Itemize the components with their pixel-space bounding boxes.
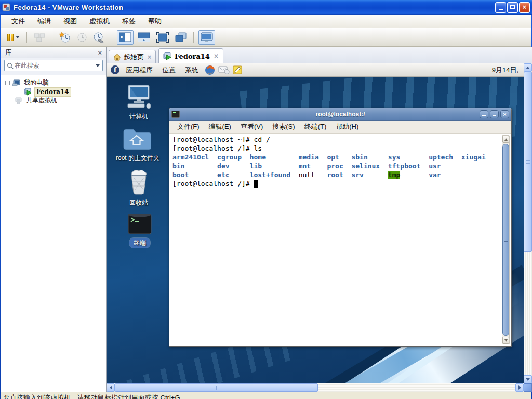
notes-icon[interactable]	[233, 65, 242, 74]
toolbar-separator	[26, 32, 27, 43]
desktop-icon-home[interactable]: root 的主文件夹	[116, 127, 157, 163]
menu-view[interactable]: 视图	[57, 15, 83, 28]
tree-item-label: 共享虚拟机	[24, 96, 59, 105]
vm-vscroll-thumb[interactable]	[524, 72, 532, 252]
minimize-icon	[499, 9, 503, 10]
terminal-menu-search[interactable]: 搜索(S)	[268, 122, 299, 131]
terminal-maximize-button[interactable]	[490, 110, 499, 118]
tab-strip: 起始页 × Fedora14 ×	[107, 47, 532, 63]
status-bar: 要直接输入到该虚拟机，请移动鼠标指针到里面或按 Ctrl+G。	[1, 392, 531, 399]
applications-menu[interactable]: 应用程序	[123, 65, 156, 75]
terminal-window-icon	[171, 111, 180, 118]
library-close-icon[interactable]: ×	[98, 49, 102, 57]
scroll-down-icon[interactable]	[502, 337, 509, 344]
places-menu[interactable]: 位置	[159, 65, 179, 75]
chevron-down-icon	[96, 64, 100, 67]
scroll-up-icon[interactable]	[524, 63, 532, 72]
home-icon	[113, 54, 121, 61]
power-button[interactable]	[5, 30, 22, 45]
close-button[interactable]: ×	[519, 2, 530, 13]
terminal-menu-help[interactable]: 帮助(H)	[331, 122, 363, 131]
tree-item-fedora14[interactable]: Fedora14	[1, 87, 106, 96]
vmware-window: Fedora14 - VMware Workstation × 文件 编辑 视图…	[0, 0, 532, 399]
terminal-window[interactable]: root@localhost:/ × 文件(F) 编辑(E) 查看(V) 搜索(…	[169, 108, 512, 347]
window-title: Fedora14 - VMware Workstation	[14, 4, 123, 11]
snapshot-manager-button[interactable]	[91, 30, 107, 45]
search-dropdown-button[interactable]	[92, 60, 100, 71]
menu-edit[interactable]: 编辑	[31, 15, 57, 28]
minimize-icon	[482, 115, 486, 116]
tree-item-label: Fedora14	[34, 87, 71, 97]
toolbar-separator	[112, 32, 112, 43]
devices-button[interactable]	[32, 30, 47, 45]
menu-tabs[interactable]: 标签	[116, 15, 142, 28]
snapshot-manager-icon	[94, 32, 105, 43]
vm-pane: 起始页 × Fedora14 × f 应用程序	[107, 47, 532, 392]
library-panel: 库 × 我的电脑	[1, 47, 107, 392]
scroll-right-icon[interactable]	[515, 383, 524, 392]
terminal-title: root@localhost:/	[169, 111, 511, 118]
terminal-minimize-button[interactable]	[480, 110, 488, 118]
terminal-menu-view[interactable]: 查看(V)	[236, 122, 268, 131]
desktop-icon-computer[interactable]: 计算机	[118, 84, 159, 121]
unity-button[interactable]	[173, 30, 189, 45]
search-input[interactable]	[14, 61, 92, 70]
maximize-icon	[510, 5, 515, 9]
console-view-button[interactable]	[198, 30, 215, 45]
show-library-button[interactable]	[117, 30, 134, 45]
tab-close-icon[interactable]: ×	[148, 54, 151, 61]
terminal-menu-file[interactable]: 文件(F)	[172, 122, 204, 131]
tree-item-my-computer[interactable]: 我的电脑	[1, 78, 106, 87]
tree-item-label: 我的电脑	[22, 78, 50, 88]
revert-snapshot-button[interactable]	[75, 30, 89, 45]
library-title: 库	[5, 48, 12, 57]
show-library-icon	[119, 32, 131, 42]
tree-item-shared-vms[interactable]: 共享虚拟机	[1, 96, 106, 105]
tab-close-icon[interactable]: ×	[214, 52, 219, 60]
scroll-down-icon[interactable]	[524, 375, 532, 383]
chevron-down-icon	[16, 36, 20, 38]
menu-vm[interactable]: 虚拟机	[83, 15, 116, 28]
collapse-icon[interactable]	[5, 81, 10, 85]
mail-icon[interactable]	[218, 65, 230, 74]
vm-vertical-scrollbar[interactable]	[524, 63, 532, 383]
menu-file[interactable]: 文件	[5, 15, 31, 28]
shared-vms-icon	[15, 97, 22, 104]
gnome-panel: f 应用程序 位置 系统 9月	[107, 63, 524, 77]
scroll-left-icon[interactable]	[107, 383, 115, 392]
scroll-up-icon[interactable]	[502, 136, 509, 143]
firefox-icon[interactable]	[205, 65, 215, 75]
menu-help[interactable]: 帮助	[142, 15, 168, 28]
scrollbar-corner	[524, 383, 532, 392]
terminal-scrollbar[interactable]	[502, 135, 510, 344]
system-menu[interactable]: 系统	[182, 65, 202, 75]
status-text: 要直接输入到该虚拟机，请移动鼠标指针到里面或按 Ctrl+G。	[1, 392, 531, 399]
terminal-scrollbar-thumb[interactable]	[502, 144, 509, 336]
desktop-icon-trash[interactable]: 回收站	[118, 169, 159, 207]
tab-label: 起始页	[124, 52, 144, 62]
title-bar[interactable]: Fedora14 - VMware Workstation ×	[0, 0, 532, 15]
tab-home[interactable]: 起始页 ×	[109, 50, 156, 63]
maximize-button[interactable]	[507, 2, 518, 13]
vm-horizontal-scrollbar[interactable]	[107, 383, 524, 392]
take-snapshot-button[interactable]	[57, 30, 73, 45]
desktop-icon-terminal[interactable]: 终端	[119, 213, 161, 248]
terminal-close-button[interactable]: ×	[500, 110, 509, 118]
tab-fedora14[interactable]: Fedora14 ×	[158, 48, 223, 63]
terminal-title-bar[interactable]: root@localhost:/ ×	[169, 108, 511, 121]
desktop-icon-label: 计算机	[129, 112, 148, 121]
terminal-menu-bar: 文件(F) 编辑(E) 查看(V) 搜索(S) 终端(T) 帮助(H)	[169, 121, 511, 134]
fullscreen-button[interactable]	[154, 30, 171, 45]
minimize-button[interactable]	[495, 2, 506, 13]
guest-screen[interactable]: f 应用程序 位置 系统 9月	[107, 63, 524, 383]
console-thumbnail-button[interactable]	[136, 30, 152, 45]
terminal-body[interactable]: [root@localhost ~]# cd /[root@localhost …	[170, 134, 511, 345]
vm-hscroll-thumb[interactable]	[115, 383, 318, 392]
toolbar-separator	[52, 32, 52, 43]
search-box[interactable]	[4, 60, 103, 71]
terminal-menu-edit[interactable]: 编辑(E)	[204, 122, 236, 131]
clock-date[interactable]: 9月14日,	[492, 65, 520, 75]
desktop-icon-label: 回收站	[129, 198, 148, 207]
fedora-logo-icon[interactable]: f	[111, 65, 119, 74]
terminal-menu-terminal[interactable]: 终端(T)	[300, 122, 331, 131]
